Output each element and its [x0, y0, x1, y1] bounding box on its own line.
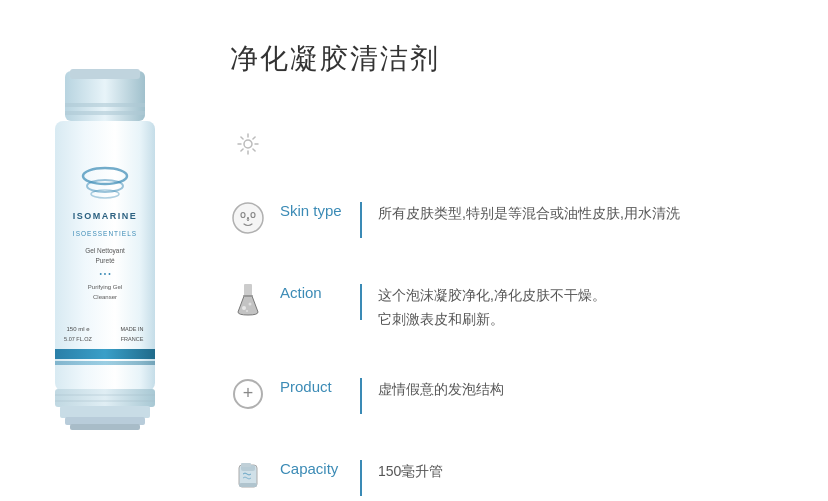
svg-rect-3: [65, 103, 145, 107]
svg-text:FRANCE: FRANCE: [121, 336, 144, 342]
product-label: Product: [280, 376, 360, 395]
action-divider: [360, 284, 362, 320]
product-image-area: ISOMARINE ISOESSENTIELS Gel Nettoyant Pu…: [0, 20, 210, 481]
product-info: 净化凝胶清洁剂: [210, 20, 828, 481]
svg-rect-43: [243, 295, 253, 297]
skin-type-row: Skin type 所有皮肤类型,特别是等混合或油性皮肤,用水清洗: [230, 186, 788, 252]
sun-icon: [230, 126, 266, 162]
svg-rect-6: [55, 361, 155, 365]
svg-point-41: [249, 303, 252, 306]
product-text: 虚情假意的发泡结构: [378, 376, 504, 402]
svg-text:MADE IN: MADE IN: [121, 326, 144, 332]
svg-text:ISOESSENTIELS: ISOESSENTIELS: [73, 230, 137, 237]
capacity-divider: [360, 460, 362, 496]
capacity-icon: [230, 458, 266, 494]
product-tube: ISOMARINE ISOESSENTIELS Gel Nettoyant Pu…: [40, 61, 170, 441]
page-title: 净化凝胶清洁剂: [230, 40, 788, 78]
svg-text:Cleanser: Cleanser: [93, 294, 117, 300]
svg-text:Gel Nettoyant: Gel Nettoyant: [85, 247, 125, 255]
capacity-text: 150毫升管: [378, 458, 443, 484]
svg-text:ISOMARINE: ISOMARINE: [73, 211, 138, 221]
svg-rect-46: [239, 483, 257, 487]
svg-rect-24: [60, 406, 150, 418]
svg-rect-26: [70, 424, 140, 430]
skin-type-text: 所有皮肤类型,特别是等混合或油性皮肤,用水清洗: [378, 200, 680, 226]
flask-icon: [230, 282, 266, 318]
skin-type-divider: [360, 202, 362, 238]
svg-point-42: [246, 310, 248, 312]
svg-line-32: [241, 137, 243, 139]
svg-text:5.07 FL.OZ: 5.07 FL.OZ: [64, 336, 92, 342]
face-icon: [230, 200, 266, 236]
svg-text:• • •: • • •: [99, 270, 111, 277]
plus-icon: +: [230, 376, 266, 412]
svg-text:150 ml e: 150 ml e: [66, 326, 90, 332]
svg-point-40: [242, 306, 246, 310]
sun-row: [230, 114, 788, 170]
svg-line-35: [241, 149, 243, 151]
action-text: 这个泡沫凝胶净化,净化皮肤不干燥。 它刺激表皮和刷新。: [378, 282, 606, 332]
skin-type-label: Skin type: [280, 200, 360, 219]
svg-rect-2: [70, 69, 140, 79]
action-row: Action 这个泡沫凝胶净化,净化皮肤不干燥。 它刺激表皮和刷新。: [230, 268, 788, 346]
svg-rect-5: [55, 349, 155, 359]
svg-point-27: [244, 140, 252, 148]
svg-line-33: [253, 149, 255, 151]
svg-rect-39: [244, 284, 252, 296]
svg-text:Purifying Gel: Purifying Gel: [88, 284, 122, 290]
page-container: ISOMARINE ISOESSENTIELS Gel Nettoyant Pu…: [0, 0, 828, 501]
svg-rect-4: [65, 111, 145, 115]
svg-rect-21: [55, 389, 155, 407]
svg-text:Pureté: Pureté: [95, 257, 115, 264]
svg-line-34: [253, 137, 255, 139]
svg-rect-47: [241, 463, 251, 467]
capacity-row: Capacity 150毫升管: [230, 444, 788, 501]
product-row: + Product 虚情假意的发泡结构: [230, 362, 788, 428]
capacity-label: Capacity: [280, 458, 360, 477]
svg-rect-25: [65, 417, 145, 425]
action-label: Action: [280, 282, 360, 301]
product-divider: [360, 378, 362, 414]
